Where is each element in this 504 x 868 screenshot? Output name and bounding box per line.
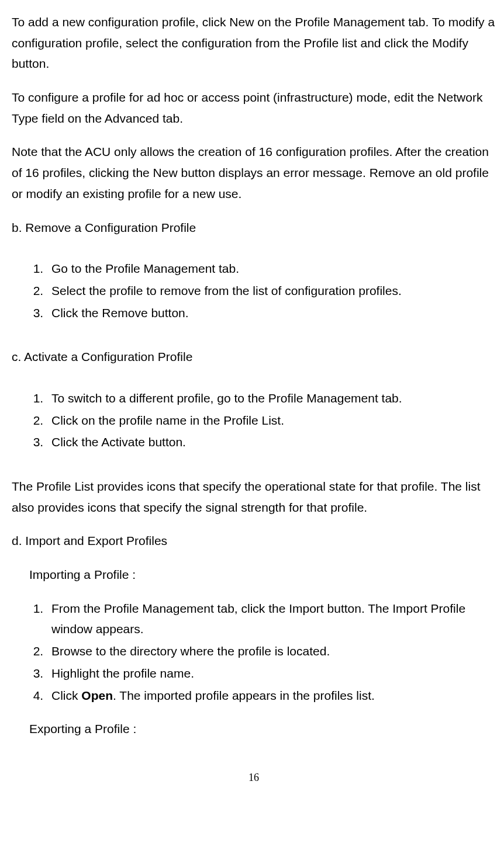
- heading-importing: Importing a Profile :: [12, 564, 496, 585]
- heading-import-export: d. Import and Export Profiles: [12, 530, 496, 551]
- list-item: Highlight the profile name.: [47, 663, 496, 684]
- list-item: Select the profile to remove from the li…: [47, 280, 496, 301]
- list-item: Click Open. The imported profile appears…: [47, 685, 496, 706]
- paragraph-profile-list-icons: The Profile List provides icons that spe…: [12, 476, 496, 518]
- list-item: Click the Remove button.: [47, 303, 496, 324]
- list-activate-profile: To switch to a different profile, go to …: [12, 388, 496, 453]
- list-item: Browse to the directory where the profil…: [47, 641, 496, 662]
- paragraph-acu-note: Note that the ACU only allows the creati…: [12, 141, 496, 204]
- heading-exporting: Exporting a Profile :: [12, 718, 496, 739]
- list-item: From the Profile Management tab, click t…: [47, 598, 496, 640]
- bold-open: Open: [81, 689, 113, 702]
- page-number: 16: [12, 769, 496, 787]
- list-remove-profile: Go to the Profile Management tab. Select…: [12, 258, 496, 323]
- list-item: Click the Activate button.: [47, 432, 496, 453]
- heading-activate-profile: c. Activate a Configuration Profile: [12, 346, 496, 367]
- list-item: To switch to a different profile, go to …: [47, 388, 496, 409]
- paragraph-configure-profile: To configure a profile for ad hoc or acc…: [12, 87, 496, 129]
- list-item: Click on the profile name in the Profile…: [47, 410, 496, 431]
- list-item-text: . The imported profile appears in the pr…: [113, 689, 375, 702]
- heading-remove-profile: b. Remove a Configuration Profile: [12, 217, 496, 238]
- list-item: Go to the Profile Management tab.: [47, 258, 496, 279]
- list-import-profile: From the Profile Management tab, click t…: [12, 598, 496, 706]
- paragraph-add-profile: To add a new configuration profile, clic…: [12, 12, 496, 74]
- list-item-text: Click: [51, 689, 81, 702]
